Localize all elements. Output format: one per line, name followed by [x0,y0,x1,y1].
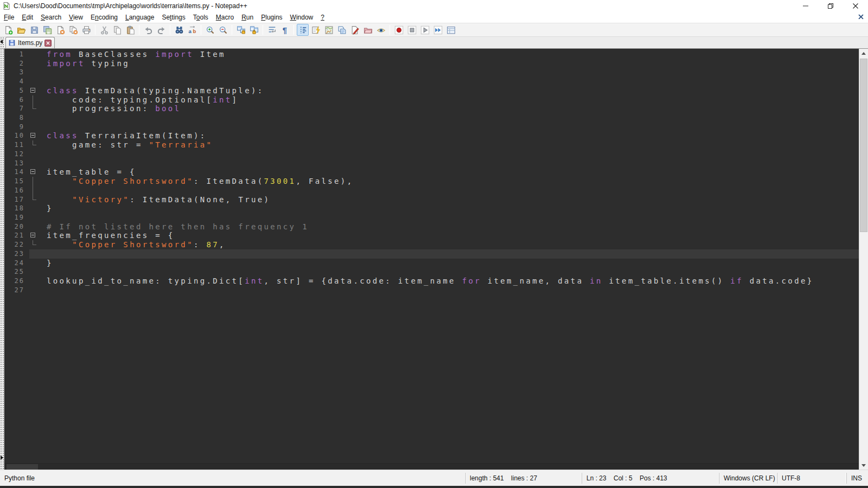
macro-play-icon[interactable] [419,24,431,36]
monitoring-icon[interactable] [375,24,387,36]
paste-icon[interactable] [124,24,136,36]
code-line[interactable]: 13 [4,159,859,168]
code-text: item_frequencies = { [39,231,175,240]
menu-plugins[interactable]: Plugins [257,12,286,22]
menu-search[interactable]: Search [37,12,65,22]
close-window-button[interactable] [843,0,868,12]
menu-edit[interactable]: Edit [18,12,37,22]
fold-collapse-icon[interactable] [29,168,39,177]
close-document-icon[interactable] [857,13,865,21]
replace-icon[interactable]: ab [186,24,198,36]
code-editor[interactable]: 1from BaseClasses import Item2import typ… [4,49,859,470]
cut-icon[interactable] [98,24,110,36]
code-line[interactable]: 2import typing [4,59,859,68]
scroll-down-icon[interactable] [859,461,868,470]
line-number: 9 [4,123,29,132]
macro-stop-icon[interactable] [406,24,418,36]
menu-help[interactable]: ? [317,12,328,22]
copy-icon[interactable] [111,24,123,36]
menu-run[interactable]: Run [238,12,257,22]
define-language-icon[interactable] [349,24,361,36]
indent-guide-icon[interactable] [297,24,309,36]
document-map-icon[interactable] [323,24,335,36]
document-list-icon[interactable] [336,24,348,36]
sync-horizontal-icon[interactable] [248,24,260,36]
sync-vertical-icon[interactable] [235,24,247,36]
save-icon[interactable] [28,24,40,36]
show-all-chars-icon[interactable]: ¶ [279,24,291,36]
code-line[interactable]: 21item_frequencies = { [4,231,859,240]
macro-record-icon[interactable] [393,24,405,36]
tab-items-py[interactable]: Items.py [5,37,55,48]
save-all-icon[interactable] [41,24,53,36]
code-line[interactable]: 16 [4,186,859,195]
collapse-left-icon[interactable] [0,40,3,44]
open-file-icon[interactable] [15,24,27,36]
restore-button[interactable] [818,0,843,12]
code-line[interactable]: 5class ItemData(typing.NamedTuple): [4,86,859,95]
vertical-scrollbar[interactable] [859,49,868,470]
code-line[interactable]: 19 [4,213,859,222]
fold-collapse-icon[interactable] [29,131,39,140]
project-panel-icon[interactable] [362,24,374,36]
code-line[interactable]: 4 [4,77,859,86]
code-line[interactable]: 20# If not listed here then has frequenc… [4,222,859,232]
zoom-in-icon[interactable] [204,24,216,36]
minimize-button[interactable] [793,0,818,12]
horizontal-scrollbar-thumb[interactable] [7,464,38,470]
code-line[interactable]: 10class TerrariaItem(Item): [4,131,859,140]
code-line[interactable]: 22 "Copper Shortsword": 87, [4,240,859,249]
code-line[interactable]: 8 [4,113,859,123]
menu-tools[interactable]: Tools [189,12,212,22]
word-wrap-icon[interactable] [266,24,278,36]
menu-window[interactable]: Window [286,12,317,22]
close-all-icon[interactable] [67,24,79,36]
menu-encoding[interactable]: Encoding [87,12,122,22]
fold-collapse-icon[interactable] [29,231,39,240]
fold-collapse-icon[interactable] [29,86,39,95]
zoom-out-icon[interactable] [217,24,229,36]
menu-view[interactable]: View [65,12,87,22]
code-line[interactable]: 18} [4,204,859,213]
code-line[interactable]: 14item_table = { [4,168,859,177]
code-line[interactable]: 23 [4,249,859,259]
close-icon[interactable] [54,24,66,36]
function-list-icon[interactable] [310,24,322,36]
redo-icon[interactable] [155,24,167,36]
code-line[interactable]: 9 [4,123,859,132]
find-icon[interactable] [173,24,185,36]
code-line[interactable]: 15 "Copper Shortsword": ItemData(73001, … [4,177,859,186]
menu-macro[interactable]: Macro [212,12,238,22]
new-file-icon[interactable] [2,24,14,36]
code-line[interactable]: 17 "Victory": ItemData(None, True) [4,195,859,204]
tab-label: Items.py [18,39,42,47]
code-line[interactable]: 24} [4,259,859,268]
menu-file[interactable]: File [0,12,18,22]
code-line[interactable]: 12 [4,150,859,159]
horizontal-scrollbar[interactable] [4,463,859,470]
code-line[interactable]: 1from BaseClasses import Item [4,50,859,59]
vertical-scrollbar-thumb[interactable] [860,59,867,232]
macro-save-icon[interactable] [445,24,457,36]
status-insert-mode[interactable]: INS [846,473,868,484]
code-line[interactable]: 27 [4,286,859,295]
menu-language[interactable]: Language [122,12,158,22]
menu-settings[interactable]: Settings [158,12,189,22]
code-line[interactable]: 26lookup_id_to_name: typing.Dict[int, st… [4,277,859,286]
tab-close-icon[interactable] [44,40,52,47]
scroll-up-icon[interactable] [859,49,868,57]
code-line[interactable]: 3 [4,68,859,77]
macro-run-multiple-icon[interactable] [432,24,444,36]
code-line[interactable]: 25 [4,267,859,277]
undo-icon[interactable] [142,24,154,36]
print-icon[interactable] [80,24,92,36]
expand-left-icon[interactable] [1,455,3,460]
status-cursor-position: Ln : 23 Col : 5 Pos : 413 [582,473,719,484]
line-number: 25 [4,267,29,277]
code-line[interactable]: 7 progression: bool [4,104,859,113]
code-line[interactable]: 6 code: typing.Optional[int] [4,95,859,105]
code-line[interactable]: 11 game: str = "Terraria" [4,140,859,150]
fold-margin [29,140,39,150]
toolbar-separator [139,25,139,35]
line-number: 6 [4,95,29,105]
